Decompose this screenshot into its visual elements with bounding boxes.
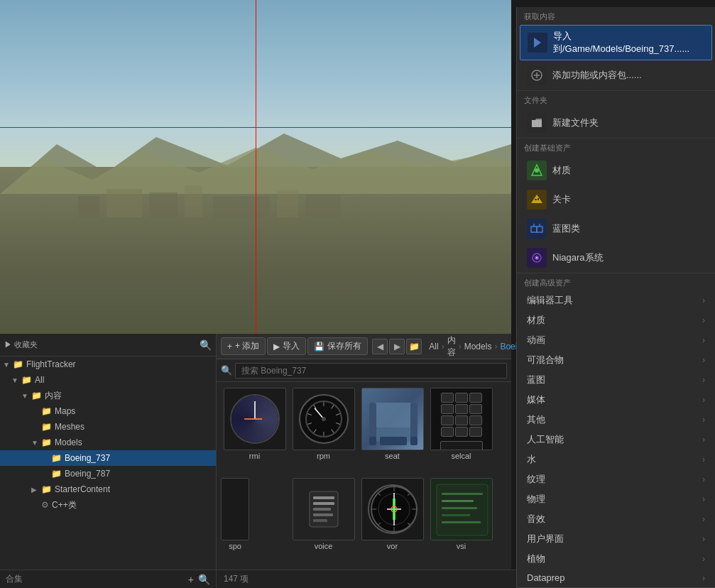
menu-item-add-feature-label: 添加功能或内容包...... — [552, 69, 642, 82]
svg-point-75 — [536, 257, 537, 258]
collections-bar: 合集 + 🔍 — [0, 570, 216, 588]
blendable-arrow: › — [702, 355, 705, 365]
svg-rect-52 — [442, 500, 474, 502]
menu-item-ai[interactable]: 人工智能 › — [517, 430, 715, 450]
asset-thumb-rpm — [293, 388, 355, 450]
breadcrumb-all[interactable]: All — [429, 342, 438, 352]
search-collection-button[interactable]: 🔍 — [198, 574, 210, 585]
tree-label: Maps — [55, 406, 75, 416]
tree-item-models[interactable]: ▼ 📁 Models — [0, 435, 216, 450]
menu-item-editor-tools[interactable]: 编辑器工具 › — [517, 290, 715, 310]
nav-buttons: ◀ ▶ 📁 — [372, 339, 422, 354]
asset-item-rpm[interactable]: rpm — [290, 386, 357, 475]
spo-visual — [222, 479, 249, 540]
svg-rect-47 — [393, 499, 395, 520]
selcal-btn10 — [441, 427, 454, 437]
menu-item-blueprint2[interactable]: 蓝图 › — [517, 370, 715, 390]
folder-icon: 📁 — [31, 391, 42, 401]
rpm-visual — [299, 394, 349, 444]
breadcrumb-sep2: › — [459, 342, 462, 352]
nav-forward-button[interactable]: ▶ — [389, 339, 405, 354]
svg-rect-54 — [442, 514, 470, 516]
physics-label: 物理 — [527, 493, 545, 506]
menu-item-ui[interactable]: 用户界面 › — [517, 529, 715, 549]
ui-label: 用户界面 — [527, 533, 564, 545]
animation-arrow: › — [702, 335, 705, 345]
folder-icon: 📁 — [51, 469, 62, 479]
svg-rect-5 — [185, 185, 202, 217]
menu-item-niagara[interactable]: Niagara系统 — [520, 244, 712, 272]
svg-point-62 — [535, 168, 539, 173]
asset-item-spo[interactable]: spo — [221, 477, 249, 565]
menu-item-blendable[interactable]: 可混合物 › — [517, 350, 715, 370]
svg-rect-28 — [380, 437, 407, 445]
asset-item-seat[interactable]: seat — [359, 386, 426, 475]
menu-item-sound[interactable]: 音效 › — [517, 509, 715, 529]
tree-item-content[interactable]: ▼ 📁 内容 — [0, 388, 216, 403]
svg-rect-25 — [410, 403, 417, 438]
menu-item-level[interactable]: 关卡 — [520, 185, 712, 214]
3d-viewport[interactable] — [0, 0, 511, 334]
seat-svg — [362, 388, 424, 450]
menu-item-add-feature[interactable]: 添加功能或内容包...... — [520, 61, 712, 89]
menu-item-water[interactable]: 水 › — [517, 450, 715, 469]
selcal-btn1 — [441, 393, 454, 403]
menu-item-blueprint[interactable]: 蓝图类 — [520, 214, 712, 243]
menu-item-other[interactable]: 其他 › — [517, 410, 715, 430]
dataprep-arrow: › — [702, 573, 705, 583]
import-button[interactable]: ▶ 导入 — [267, 337, 306, 355]
media-arrow: › — [702, 395, 705, 405]
nav-back-button[interactable]: ◀ — [372, 339, 388, 354]
rpm-gauge-svg — [302, 398, 345, 440]
menu-item-plant[interactable]: 植物 › — [517, 549, 715, 569]
selcal-btn6 — [469, 404, 482, 414]
menu-item-dataprep[interactable]: Dataprep › — [517, 569, 715, 587]
crosshair-vertical — [256, 0, 256, 334]
item-count: 147 项 — [224, 573, 249, 585]
content-browser-sidebar: ▶ 收藏夹 🔍 ▼ 📁 FlightTracker ▼ 📁 All ▼ 📁 内容… — [0, 334, 217, 588]
asset-item-rmi[interactable]: rmi — [221, 386, 288, 475]
sidebar-search-button[interactable]: 🔍 — [200, 339, 212, 351]
tree-arrow: ▶ — [31, 486, 41, 494]
breadcrumb-models[interactable]: Models — [464, 342, 492, 352]
editor-tools-label: 编辑器工具 — [527, 294, 573, 307]
tree-item-boeing737[interactable]: ▶ 📁 Boeing_737 — [0, 450, 216, 466]
add-button[interactable]: + + 添加 — [221, 337, 266, 355]
asset-item-vsi[interactable]: vsi — [427, 477, 495, 565]
nav-folder-button[interactable]: 📁 — [406, 339, 422, 354]
selcal-visual — [431, 388, 492, 450]
asset-item-selcal[interactable]: selcal — [427, 386, 495, 475]
water-arrow: › — [702, 454, 705, 464]
menu-item-animation[interactable]: 动画 › — [517, 330, 715, 350]
airport-buildings — [71, 160, 355, 217]
asset-item-voice[interactable]: voice — [290, 477, 357, 565]
menu-item-texture[interactable]: 纹理 › — [517, 469, 715, 489]
tree-item-maps[interactable]: ▶ 📁 Maps — [0, 403, 216, 419]
tree-item-flighttracker[interactable]: ▼ 📁 FlightTracker — [0, 356, 216, 372]
tree-item-meshes[interactable]: ▶ 📁 Meshes — [0, 419, 216, 435]
menu-item-media[interactable]: 媒体 › — [517, 390, 715, 410]
vor-visual — [368, 484, 417, 534]
vsi-svg — [431, 479, 493, 540]
save-all-button[interactable]: 💾 保存所有 — [307, 337, 368, 355]
tree-item-boeing787[interactable]: ▶ 📁 Boeing_787 — [0, 466, 216, 481]
tree-item-all[interactable]: ▼ 📁 All — [0, 372, 216, 388]
breadcrumb-content[interactable]: 内容 — [447, 334, 456, 359]
menu-item-material[interactable]: 材质 — [520, 156, 712, 185]
search-input[interactable] — [235, 363, 507, 379]
add-collection-button[interactable]: + — [188, 574, 194, 585]
menu-item-import[interactable]: 导入到/Game/Models/Boeing_737...... — [520, 25, 712, 60]
menu-item-physics[interactable]: 物理 › — [517, 489, 715, 509]
menu-item-material2[interactable]: 材质 › — [517, 310, 715, 330]
tree-item-starter[interactable]: ▶ 📁 StarterContent — [0, 481, 216, 497]
folder-svg-icon — [530, 116, 543, 129]
tree-item-cpp[interactable]: ▶ ⚙ C++类 — [0, 497, 216, 513]
import-label: 导入 — [283, 340, 300, 352]
asset-item-vor[interactable]: vor — [359, 477, 426, 565]
asset-label-voice: voice — [291, 542, 356, 550]
menu-item-new-folder[interactable]: 新建文件夹 — [520, 109, 712, 137]
tree-label: Boeing_787 — [65, 469, 110, 479]
editor-tools-arrow: › — [702, 295, 705, 305]
menu-item-niagara-label: Niagara系统 — [552, 251, 604, 264]
svg-rect-24 — [369, 403, 376, 438]
